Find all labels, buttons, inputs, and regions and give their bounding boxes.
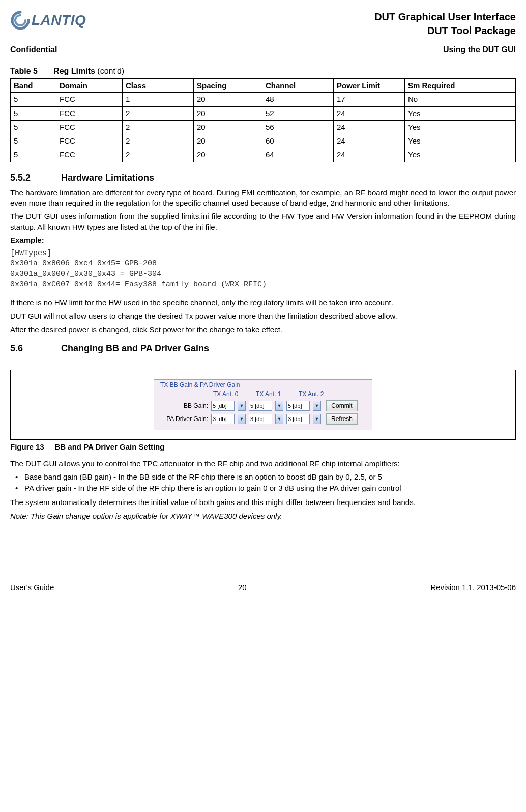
panel-title: TX BB Gain & PA Driver Gain [160,381,368,389]
bb-gain-label: BB Gain: [158,399,208,412]
table-cell: 5 [11,120,56,134]
confidential-tag: Confidential [10,44,57,55]
table-cell: Yes [405,134,516,148]
sec-552-p3: If there is no HW limit for the HW used … [10,298,516,308]
chevron-down-icon[interactable]: ▼ [238,401,246,411]
sec-552-p4: DUT GUI will not allow users to change t… [10,311,516,321]
afterfig-p2: The system automatically determines the … [10,497,516,508]
table-cell: 20 [194,120,262,134]
table-row: 5FCC2206424Yes [11,148,516,162]
bb-gain-ant0-select[interactable]: 5 [db] [211,401,235,411]
logo-mark-icon [10,10,31,31]
example-label: Example: [10,235,516,245]
table-cell: 17 [334,93,405,106]
table-cell: 1 [123,93,194,106]
sec-552-heading: 5.5.2Hardware Limitations [10,172,516,184]
table-cell: 20 [194,134,262,148]
table-cell: Yes [405,106,516,120]
pa-gain-ant1-select[interactable]: 3 [db] [249,414,272,424]
pa-gain-ant0-select[interactable]: 3 [db] [211,414,235,424]
gain-panel: TX BB Gain & PA Driver Gain BB Gain: PA … [154,379,372,430]
bb-gain-ant2-select[interactable]: 5 [db] [286,401,310,411]
list-item: PA driver gain - In the RF side of the R… [10,483,516,493]
table-cell: 5 [11,106,56,120]
chevron-down-icon[interactable]: ▼ [313,414,321,424]
pa-gain-label: PA Driver Gain: [158,412,208,426]
table-cell: 20 [194,148,262,162]
table-cell: 48 [262,93,334,106]
chevron-down-icon[interactable]: ▼ [313,401,321,411]
table-cell: 60 [262,134,334,148]
footer-left: User's Guide [10,582,54,593]
table-cell: 24 [334,134,405,148]
table-cell: 2 [123,148,194,162]
table-cell: 20 [194,93,262,106]
table-cell: FCC [56,106,123,120]
doc-title-1: DUT Graphical User Interface [374,10,516,24]
footer-center: 20 [238,582,247,593]
table-cell: 56 [262,120,334,134]
table-cell: 5 [11,93,56,106]
table-cell: FCC [56,134,123,148]
figure-13-frame: TX BB Gain & PA Driver Gain BB Gain: PA … [10,370,516,440]
refresh-button[interactable]: Refresh [326,413,358,425]
table5-caption: Table 5 Reg Limits (cont'd) [10,66,516,77]
section-tag: Using the DUT GUI [443,44,516,55]
table-cell: 52 [262,106,334,120]
table-cell: 64 [262,148,334,162]
table-header: Spacing [194,79,262,93]
logo: LANTIQ [10,10,86,31]
table-header: Sm Required [405,79,516,93]
sec-552-p2: The DUT GUI uses information from the su… [10,211,516,232]
table-cell: 2 [123,134,194,148]
table-cell: 2 [123,106,194,120]
table-cell: 24 [334,148,405,162]
chevron-down-icon[interactable]: ▼ [275,401,283,411]
table-cell: 24 [334,120,405,134]
table-cell: 24 [334,106,405,120]
note-line: Note: This Gain change option is applica… [10,511,516,521]
sec-552-p1: The hardware limitation are different fo… [10,188,516,209]
ant2-label: TX Ant. 2 [299,390,329,399]
table-row: 5FCC2205224Yes [11,106,516,120]
table-cell: 2 [123,120,194,134]
bb-gain-ant1-select[interactable]: 5 [db] [249,401,272,411]
table-cell: Yes [405,148,516,162]
table-cell: 5 [11,134,56,148]
table-header: Class [123,79,194,93]
ant1-label: TX Ant. 1 [256,390,286,399]
figure-13-caption: Figure 13 BB and PA Driver Gain Setting [10,442,516,452]
example-code: [HWTypes] 0x301a_0x8006_0xc4_0x45= GPB-2… [10,248,516,290]
footer-right: Revision 1.1, 2013-05-06 [430,582,516,593]
table-row: 5FCC2205624Yes [11,120,516,134]
table-header: Band [11,79,56,93]
commit-button[interactable]: Commit [326,400,358,411]
table-cell: FCC [56,120,123,134]
table-row: 5FCC1204817No [11,93,516,106]
bullet-list: Base band gain (BB gain) - In the BB sid… [10,472,516,494]
table-cell: No [405,93,516,106]
pa-gain-ant2-select[interactable]: 3 [db] [286,414,310,424]
list-item: Base band gain (BB gain) - In the BB sid… [10,472,516,482]
table5: BandDomainClassSpacingChannelPower Limit… [10,78,516,162]
logo-text: LANTIQ [32,11,86,30]
table-cell: FCC [56,148,123,162]
table-header: Power Limit [334,79,405,93]
header-rule [122,41,516,41]
sec-56-heading: 5.6Changing BB and PA Driver Gains [10,342,516,354]
table-header: Domain [56,79,123,93]
table-cell: 5 [11,148,56,162]
sec-552-p5: After the desired power is changed, clic… [10,325,516,335]
table-cell: Yes [405,120,516,134]
table-cell: 20 [194,106,262,120]
ant0-label: TX Ant. 0 [213,390,244,399]
table-header: Channel [262,79,334,93]
table-cell: FCC [56,93,123,106]
chevron-down-icon[interactable]: ▼ [238,414,246,424]
afterfig-p1: The DUT GUI allows you to control the TP… [10,459,516,469]
chevron-down-icon[interactable]: ▼ [275,414,283,424]
table-row: 5FCC2206024Yes [11,134,516,148]
doc-title-2: DUT Tool Package [374,24,516,38]
